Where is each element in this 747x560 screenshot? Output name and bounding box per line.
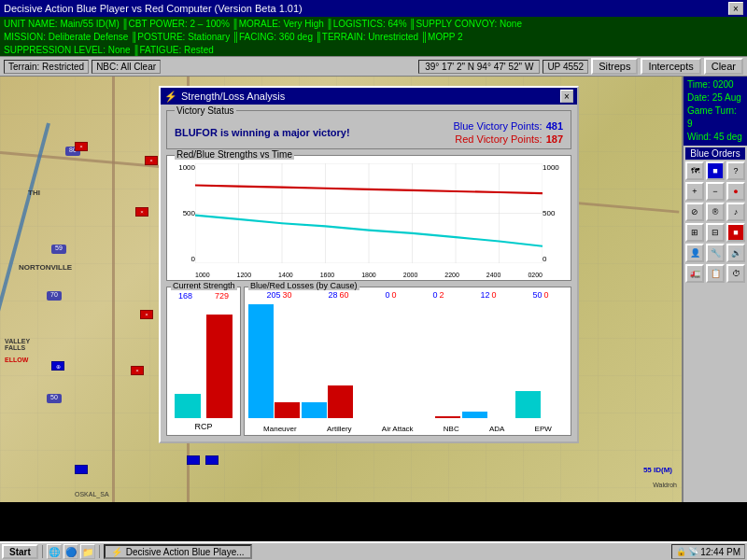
- nbc-indicator: NBC: All Clear: [92, 60, 161, 74]
- order-btn-8[interactable]: ®: [706, 203, 725, 221]
- quicklaunch-ie-icon[interactable]: 🌐: [47, 544, 62, 559]
- order-btn-9[interactable]: ♪: [726, 203, 745, 221]
- terrain-indicator: Terrain: Restricted: [4, 60, 89, 74]
- blue-strength-bar: [175, 394, 201, 418]
- y-label-top-right: 1000: [543, 163, 569, 172]
- y-label-bot-right: 0: [543, 255, 569, 263]
- strength-loss-dialog: ⚡ Strength/Loss Analysis × Victory Statu…: [159, 86, 579, 443]
- red-vp-label: Red Victory Points:: [455, 133, 542, 145]
- coord-bar: Terrain: Restricted NBC: All Clear 39° 1…: [0, 56, 747, 77]
- artillery-x-label: Artillery: [327, 425, 352, 433]
- order-btn-1[interactable]: 🗺: [685, 161, 704, 180]
- up-display: UP 4552: [543, 60, 588, 74]
- losses-label: Blue/Red Losses (by Cause): [248, 281, 359, 290]
- y-label-bot-left: 0: [169, 255, 195, 263]
- order-btn-5[interactable]: −: [706, 182, 725, 201]
- start-button[interactable]: Start: [2, 544, 38, 559]
- tray-icon-1[interactable]: 🔒: [676, 547, 686, 556]
- strength-dialog-title-bar: ⚡ Strength/Loss Analysis ×: [161, 88, 577, 105]
- clear-button[interactable]: Clear: [704, 58, 743, 75]
- ada-x-label: ADA: [489, 425, 504, 433]
- red-strength-bar: [206, 315, 233, 418]
- maneuver-red-val: 30: [283, 290, 292, 300]
- epw-x-label: EPW: [535, 425, 552, 433]
- strength-dialog-content: Victory Status BLUFOR is winning a major…: [161, 105, 577, 441]
- order-btn-18[interactable]: ⏱: [726, 264, 745, 283]
- y-label-mid-left: 500: [169, 209, 195, 217]
- epw-red-val: 0: [543, 290, 548, 300]
- sitreps-button[interactable]: Sitreps: [591, 58, 638, 75]
- y-label-top-left: 1000: [169, 163, 195, 172]
- order-btn-4[interactable]: +: [685, 182, 704, 201]
- order-btn-15[interactable]: 🔊: [726, 244, 745, 262]
- order-btn-3[interactable]: ?: [726, 161, 745, 180]
- right-sidebar: Time: 0200 Date: 25 Aug Game Turn: 9 Win…: [682, 77, 747, 502]
- artillery-blue-val: 28: [328, 290, 337, 300]
- order-btn-13[interactable]: 👤: [685, 244, 704, 262]
- order-btn-7[interactable]: ⊘: [685, 203, 704, 221]
- blue-vp-label: Blue Victory Points:: [453, 120, 542, 132]
- wind-display: Wind: 45 deg: [687, 131, 743, 144]
- quicklaunch-browser-icon[interactable]: 🔵: [63, 544, 78, 559]
- system-tray: 🔒 📡 12:44 PM: [671, 544, 745, 559]
- nbc-blue-val: 0: [432, 290, 437, 300]
- epw-blue-val: 50: [532, 290, 542, 300]
- window-close-button[interactable]: ×: [728, 2, 743, 15]
- coordinates-display: 39° 17' 2" N 94° 47' 52" W: [418, 60, 540, 74]
- nbc-red-val: 2: [439, 290, 444, 300]
- rcp-label: RCP: [167, 422, 240, 431]
- orders-title: Blue Orders: [685, 147, 745, 160]
- title-bar: Decisive Action Blue Player vs Red Compu…: [0, 0, 747, 17]
- order-btn-11[interactable]: ⊟: [706, 223, 725, 242]
- red-strength-value: 729: [215, 291, 229, 301]
- tray-icon-2[interactable]: 📡: [688, 547, 698, 556]
- artillery-red-val: 60: [339, 290, 348, 300]
- status-bar: UNIT NAME: Main/55 ID(M) ║CBT POWER: 2 –…: [0, 17, 747, 30]
- quicklaunch-folder-icon[interactable]: 📁: [80, 544, 95, 559]
- blue-strength-value: 168: [178, 291, 192, 301]
- maneuver-blue-val: 205: [266, 290, 280, 300]
- maneuver-x-label: Maneuver: [263, 425, 297, 433]
- order-btn-6[interactable]: ●: [726, 182, 745, 201]
- nbc-x-label: NBC: [444, 425, 459, 433]
- ada-blue-val: 12: [480, 290, 489, 300]
- victory-section-label: Victory Status: [175, 105, 236, 116]
- suppression-bar: SUPPRESSION LEVEL: None ║FATIGUE: Rested: [0, 43, 747, 56]
- air-attack-x-label: Air Attack: [382, 425, 414, 433]
- time-display: Time: 0200: [687, 78, 743, 91]
- y-label-mid-right: 500: [543, 209, 569, 217]
- ada-red-val: 0: [491, 290, 496, 300]
- order-btn-10[interactable]: ⊞: [685, 223, 704, 242]
- blue-vp-value: 481: [546, 120, 563, 132]
- air-attack-red-val: 0: [391, 290, 396, 300]
- current-strength-label: Current Strength: [171, 281, 237, 290]
- turn-display: Game Turn: 9: [687, 105, 743, 131]
- mission-bar: MISSION: Deliberate Defense ║POSTURE: St…: [0, 30, 747, 43]
- clock: 12:44 PM: [700, 547, 740, 557]
- red-vp-value: 187: [546, 133, 563, 145]
- victory-text: BLUFOR is winning a major victory!: [175, 127, 350, 138]
- air-attack-blue-val: 0: [385, 290, 389, 300]
- chart-section-label: Red/Blue Strengths vs Time: [175, 149, 294, 160]
- order-btn-17[interactable]: 📋: [706, 264, 725, 283]
- taskbar: Start 🌐 🔵 📁 ⚡ Decisive Action Blue Playe…: [0, 541, 747, 560]
- window-title: Decisive Action Blue Player vs Red Compu…: [4, 3, 303, 14]
- intercepts-button[interactable]: Intercepts: [641, 58, 700, 75]
- time-panel: Time: 0200 Date: 25 Aug Game Turn: 9 Win…: [684, 77, 747, 146]
- orders-panel: Blue Orders 🗺 ■ ? + − ● ⊘ ® ♪ ⊞ ⊟ ■: [684, 146, 747, 502]
- order-btn-12[interactable]: ■: [726, 223, 745, 242]
- strength-dialog-title: Strength/Loss Analysis: [181, 91, 285, 102]
- main-area: THI NORTONVILLE VALLEYFALLS ELLOW 80 59 …: [0, 77, 747, 502]
- order-btn-16[interactable]: 🚛: [685, 264, 704, 283]
- order-btn-2[interactable]: ■: [706, 161, 725, 180]
- date-display: Date: 25 Aug: [687, 91, 743, 105]
- taskbar-decisive-action-button[interactable]: ⚡ Decisive Action Blue Playe...: [104, 544, 252, 559]
- order-btn-14[interactable]: 🔧: [706, 244, 725, 262]
- strength-dialog-close-button[interactable]: ×: [560, 90, 573, 103]
